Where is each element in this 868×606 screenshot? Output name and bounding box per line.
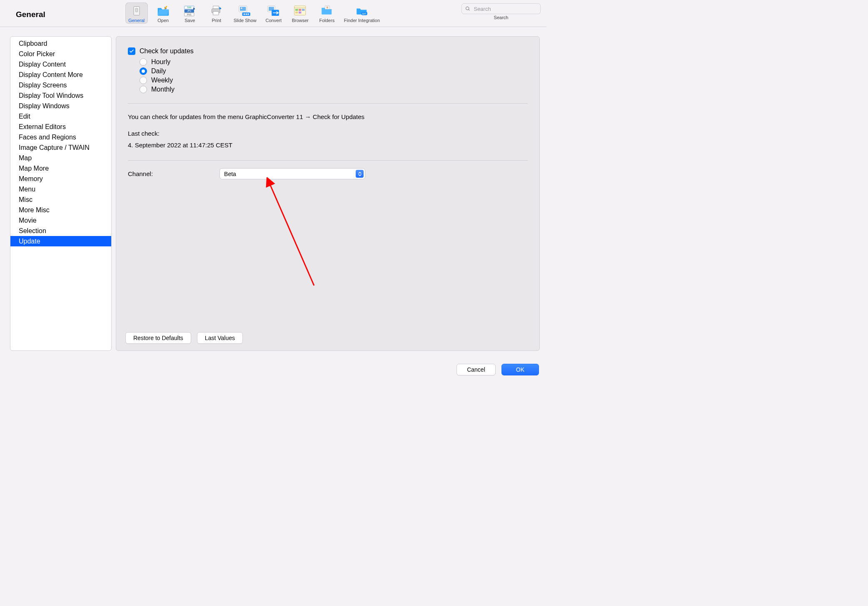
open-icon — [157, 4, 170, 17]
tab-slideshow[interactable]: Slide Show — [232, 2, 258, 24]
main-bottom-buttons: Restore to Defaults Last Values — [125, 332, 243, 344]
sidebar-item-clipboard[interactable]: Clipboard — [10, 38, 111, 49]
sidebar-item-edit[interactable]: Edit — [10, 111, 111, 122]
check-for-updates-label: Check for updates — [140, 47, 194, 55]
sidebar-item-misc[interactable]: Misc — [10, 194, 111, 205]
sidebar-item-display-tool-windows[interactable]: Display Tool Windows — [10, 90, 111, 101]
tab-general[interactable]: General — [125, 2, 148, 24]
page-title: General — [6, 2, 45, 19]
svg-rect-9 — [213, 6, 218, 9]
frequency-option-daily[interactable]: Daily — [140, 67, 528, 76]
svg-rect-16 — [244, 13, 245, 15]
sidebar-item-image-capture-twain[interactable]: Image Capture / TWAIN — [10, 142, 111, 153]
ok-button[interactable]: OK — [501, 364, 539, 375]
body: ClipboardColor PickerDisplay ContentDisp… — [0, 27, 546, 353]
tab-label: General — [128, 18, 145, 23]
sidebar-item-map[interactable]: Map — [10, 153, 111, 163]
toolbar-tabs: GeneralOpenTIFFJPGPNGSavePrintSlide Show… — [45, 2, 461, 24]
svg-rect-11 — [213, 12, 218, 15]
tab-open[interactable]: Open — [152, 2, 175, 24]
check-for-updates-checkbox[interactable] — [128, 47, 135, 55]
frequency-option-weekly[interactable]: Weekly — [140, 76, 528, 85]
svg-text:EXT: EXT — [362, 13, 366, 15]
folders-icon — [320, 4, 334, 17]
svg-text:TIFF: TIFF — [187, 6, 192, 9]
tab-print[interactable]: Print — [205, 2, 228, 24]
svg-rect-18 — [248, 13, 249, 15]
svg-rect-1 — [135, 8, 137, 12]
print-icon — [210, 4, 223, 17]
sidebar-item-display-content-more[interactable]: Display Content More — [10, 70, 111, 80]
radio-label: Daily — [151, 67, 166, 75]
separator — [128, 103, 528, 104]
tab-label: Convert — [266, 18, 282, 23]
cancel-button[interactable]: Cancel — [456, 364, 496, 375]
svg-rect-27 — [295, 12, 298, 14]
tab-save[interactable]: TIFFJPGPNGSave — [179, 2, 201, 24]
tab-folders[interactable]: Folders — [316, 2, 338, 24]
sidebar-item-color-picker[interactable]: Color Picker — [10, 49, 111, 59]
tab-label: Save — [185, 18, 195, 23]
svg-text:PNG: PNG — [187, 13, 192, 16]
tab-label: Finder Integration — [344, 18, 380, 23]
search-label: Search — [494, 15, 509, 20]
svg-point-14 — [241, 7, 242, 9]
toolbar: General GeneralOpenTIFFJPGPNGSavePrintSl… — [0, 0, 546, 27]
search-input[interactable] — [473, 5, 537, 12]
channel-value: Beta — [224, 171, 236, 177]
slideshow-icon — [238, 4, 252, 17]
sidebar-item-map-more[interactable]: Map More — [10, 163, 111, 174]
general-icon — [130, 4, 143, 17]
tab-label: Browser — [292, 18, 309, 23]
update-frequency-group: HourlyDailyWeeklyMonthly — [140, 57, 528, 94]
search-field: Search — [461, 2, 541, 20]
sidebar-item-display-screens[interactable]: Display Screens — [10, 80, 111, 90]
sidebar: ClipboardColor PickerDisplay ContentDisp… — [10, 36, 112, 351]
finder-icon: EXT — [355, 4, 369, 17]
tab-finder[interactable]: EXTFinder Integration — [342, 2, 382, 24]
sidebar-item-faces-and-regions[interactable]: Faces and Regions — [10, 132, 111, 142]
tab-convert[interactable]: Convert — [262, 2, 285, 24]
sidebar-item-display-windows[interactable]: Display Windows — [10, 101, 111, 111]
search-box[interactable] — [461, 3, 541, 14]
svg-rect-25 — [299, 9, 301, 11]
radio-label: Weekly — [151, 77, 173, 84]
tab-browser[interactable]: Browser — [289, 2, 312, 24]
svg-rect-13 — [240, 7, 246, 11]
sidebar-item-movie[interactable]: Movie — [10, 215, 111, 226]
frequency-option-monthly[interactable]: Monthly — [140, 85, 528, 94]
radio-icon — [140, 58, 147, 66]
last-check-label: Last check: — [128, 128, 528, 139]
chevron-up-down-icon — [356, 170, 364, 178]
svg-rect-28 — [299, 12, 301, 14]
frequency-option-hourly[interactable]: Hourly — [140, 57, 528, 67]
sidebar-item-menu[interactable]: Menu — [10, 184, 111, 194]
tab-label: Print — [212, 18, 221, 23]
sidebar-item-more-misc[interactable]: More Misc — [10, 205, 111, 215]
radio-label: Hourly — [151, 58, 170, 66]
save-icon: TIFFJPGPNG — [183, 4, 197, 17]
last-check-value: 4. September 2022 at 11:47:25 CEST — [128, 139, 528, 151]
sidebar-item-external-editors[interactable]: External Editors — [10, 122, 111, 132]
svg-point-30 — [326, 7, 328, 9]
sidebar-item-display-content[interactable]: Display Content — [10, 59, 111, 70]
svg-point-33 — [466, 7, 469, 10]
sidebar-item-update[interactable]: Update — [10, 236, 111, 246]
channel-select[interactable]: Beta — [219, 168, 365, 179]
channel-row: Channel: Beta — [128, 168, 528, 179]
last-values-button[interactable]: Last Values — [197, 332, 243, 344]
radio-label: Monthly — [151, 86, 175, 93]
sidebar-item-memory[interactable]: Memory — [10, 174, 111, 184]
svg-line-34 — [469, 10, 470, 11]
svg-text:JPG: JPG — [187, 10, 191, 12]
svg-rect-17 — [246, 13, 247, 15]
svg-line-35 — [269, 182, 314, 286]
restore-defaults-button[interactable]: Restore to Defaults — [125, 332, 191, 344]
sidebar-item-selection[interactable]: Selection — [10, 226, 111, 236]
channel-label: Channel: — [128, 170, 153, 177]
radio-icon — [140, 67, 147, 75]
convert-icon — [267, 4, 280, 17]
tab-label: Slide Show — [234, 18, 257, 23]
search-icon — [465, 6, 470, 12]
separator — [128, 160, 528, 161]
